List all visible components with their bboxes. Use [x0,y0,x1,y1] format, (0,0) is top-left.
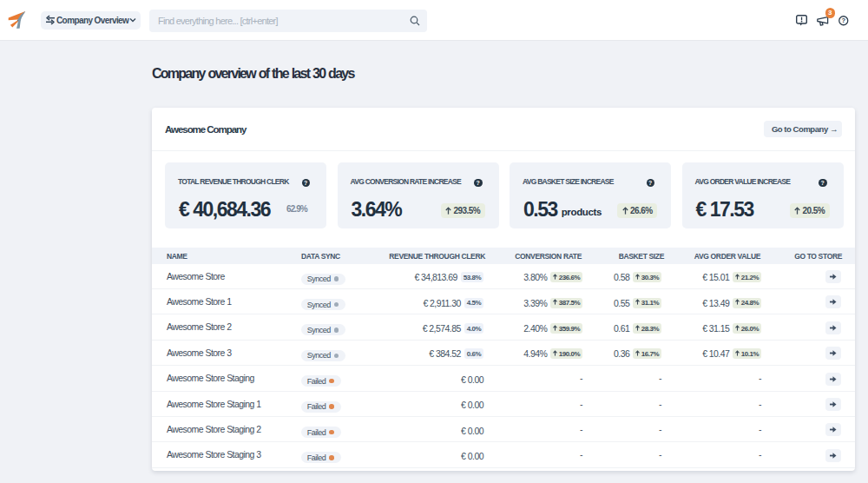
svg-text:?: ? [841,17,845,24]
